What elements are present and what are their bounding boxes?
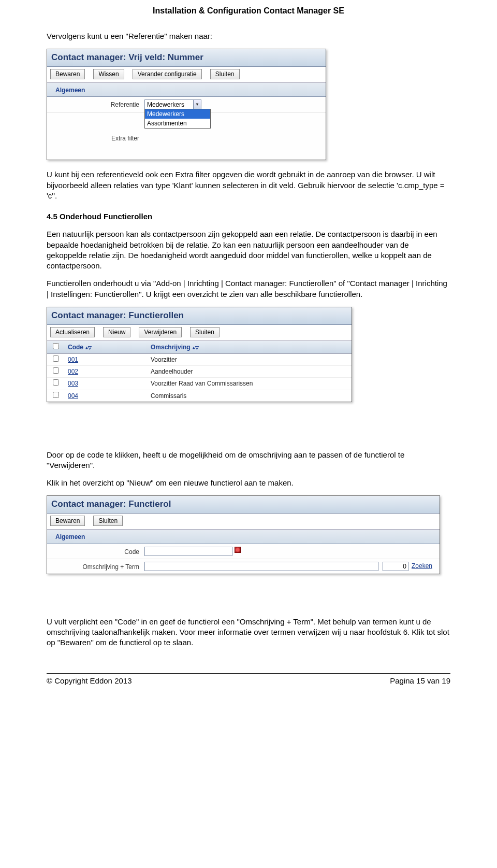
chevron-down-icon: ▼: [193, 100, 201, 109]
bewaren-button[interactable]: Bewaren: [50, 69, 85, 79]
dropdown-option[interactable]: Assortimenten: [145, 119, 210, 128]
sluiten-button[interactable]: Sluiten: [190, 327, 220, 337]
tab-algemeen[interactable]: Algemeen: [52, 532, 88, 543]
panel-title: Contact manager: Functierol: [51, 499, 171, 509]
omschrijving-term-label: Omschrijving + Term: [51, 562, 144, 571]
code-label: Code: [51, 547, 144, 556]
sluiten-button[interactable]: Sluiten: [93, 516, 123, 526]
intro-paragraph: Vervolgens kunt u een "Referentie" maken…: [47, 31, 450, 41]
wissen-button[interactable]: Wissen: [93, 69, 124, 79]
nieuw-button[interactable]: Nieuw: [103, 327, 130, 337]
document-header: Installation & Configuration Contact Man…: [47, 5, 450, 17]
omschrijving-input[interactable]: [144, 562, 378, 571]
row-checkbox[interactable]: [53, 367, 59, 374]
verander-config-button[interactable]: Verander configuratie: [133, 69, 202, 79]
paragraph: Functierollen onderhoudt u via "Add-on |…: [47, 278, 450, 300]
code-link[interactable]: 002: [68, 368, 78, 375]
code-input[interactable]: [144, 547, 232, 556]
actualiseren-button[interactable]: Actualiseren: [50, 327, 95, 337]
panel-title: Contact manager: Functierollen: [51, 310, 184, 320]
list-header: Code▲▽ Omschrijving▲▽: [47, 341, 352, 354]
select-all-checkbox[interactable]: [53, 343, 59, 349]
referentie-label: Referentie: [51, 99, 144, 109]
code-link[interactable]: 004: [68, 392, 78, 400]
row-description: Aandeelhouder: [148, 366, 352, 377]
table-row: 004 Commissaris: [47, 390, 352, 402]
footer-copyright: © Copyright Eddon 2013: [47, 676, 132, 686]
sort-icon: ▲▽: [84, 345, 91, 350]
row-checkbox[interactable]: [53, 355, 59, 362]
sort-icon: ▲▽: [192, 345, 198, 350]
panel-functierollen: Contact manager: Functierollen Actualise…: [47, 307, 352, 402]
sluiten-button[interactable]: Sluiten: [210, 69, 240, 79]
section-heading-4-5: 4.5 Onderhoud Functierollen: [47, 211, 450, 222]
panel-vrijveld: Contact manager: Vrij veld: Nummer Bewar…: [47, 49, 326, 161]
code-link[interactable]: 003: [68, 380, 78, 387]
paragraph: Door op de code te klikken, heeft u de m…: [47, 450, 450, 471]
bewaren-button[interactable]: Bewaren: [50, 516, 85, 526]
page-footer: © Copyright Eddon 2013 Pagina 15 van 19: [47, 673, 450, 686]
verwijderen-button[interactable]: Verwijderen: [139, 327, 182, 337]
row-description: Voorzitter Raad van Commissarissen: [148, 378, 352, 389]
panel-functierol: Contact manager: Functierol Bewaren Slui…: [47, 495, 440, 574]
table-row: 001 Voorzitter: [47, 354, 352, 366]
row-description: Voorzitter: [148, 354, 352, 365]
table-row: 003 Voorzitter Raad van Commissarissen: [47, 378, 352, 390]
paragraph: U vult verplicht een "Code" in en geef d…: [47, 617, 450, 648]
row-description: Commissaris: [148, 390, 352, 402]
paragraph: U kunt bij een referentieveld ook een Ex…: [47, 169, 450, 201]
footer-page-number: Pagina 15 van 19: [390, 676, 450, 686]
term-input[interactable]: [383, 562, 408, 571]
column-header-code[interactable]: Code▲▽: [65, 341, 148, 353]
row-checkbox[interactable]: [53, 392, 59, 398]
dropdown-option[interactable]: Medewerkers: [145, 109, 210, 119]
extra-filter-label: Extra filter: [51, 133, 144, 143]
code-link[interactable]: 001: [68, 356, 78, 363]
panel1-buttonbar: Bewaren Wissen Verander configuratie Slu…: [47, 67, 326, 83]
required-icon: [235, 547, 242, 553]
paragraph: Een natuurlijk persoon kan als contactpe…: [47, 229, 450, 271]
zoeken-link[interactable]: Zoeken: [408, 562, 435, 570]
tab-algemeen[interactable]: Algemeen: [52, 85, 88, 96]
table-row: 002 Aandeelhouder: [47, 366, 352, 378]
panel-title: Contact manager: Vrij veld: Nummer: [51, 52, 203, 62]
referentie-select[interactable]: Medewerkers ▼ Medewerkers Assortimenten: [144, 99, 201, 110]
paragraph: Klik in het overzicht op "Nieuw" om een …: [47, 478, 450, 488]
row-checkbox[interactable]: [53, 379, 59, 386]
referentie-dropdown: Medewerkers Assortimenten: [144, 109, 211, 129]
column-header-omschrijving[interactable]: Omschrijving▲▽: [148, 341, 201, 353]
